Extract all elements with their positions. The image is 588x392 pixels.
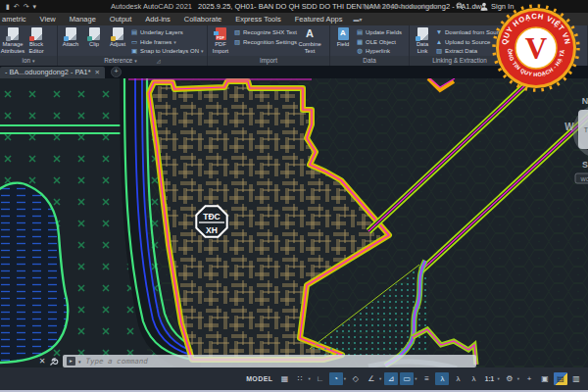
annotation-scale-icon[interactable]: λ [466,372,480,385]
panel-label-reference[interactable]: Reference▾ ◿ [58,56,207,66]
land-use-symbol[interactable]: TĐC XH [196,206,226,236]
viewcube-south[interactable]: S [582,160,588,170]
field-button[interactable]: A Field [332,27,354,47]
app-menu-icon[interactable]: ▮ [6,0,10,13]
app-name: Autodesk AutoCAD 2021 [111,2,192,11]
ole-object-icon: ▦ [356,38,364,46]
tab-collaborate[interactable]: Collaborate [177,13,228,25]
attach-button[interactable]: Attach [60,27,81,47]
tab-view[interactable]: View [33,13,63,25]
panel-label-data[interactable]: Data [330,56,409,66]
field-icon: A [338,27,349,40]
viewcube-north[interactable]: N [582,96,588,106]
tab-manage[interactable]: Manage [63,13,103,25]
combine-text-button[interactable]: A Combine Text [299,27,320,55]
object-snap-icon[interactable]: ▭ [400,372,414,385]
polar-tracking-icon[interactable]: ◔ [329,372,343,385]
block-editor-button[interactable]: Block Editor [25,27,47,55]
redo-icon[interactable]: ↷ [24,0,29,13]
command-dropdown-icon[interactable]: ▾ [78,359,81,365]
clip-button[interactable]: Clip [83,27,105,47]
panel-label-import[interactable]: Import [208,56,329,66]
panel-data: A Field ▤ Update Fields ▦ OLE Object ◍ H… [330,25,410,66]
panel-block-definition: Manage Attributes Block Editor ion▾ [0,25,58,66]
command-customize-wrench-icon[interactable] [48,357,59,367]
hide-frames-button[interactable]: ▭ Hide frames ▾ [130,38,204,47]
tab-express-tools[interactable]: Express Tools [228,13,288,25]
recognize-shx-text-button[interactable]: ▧ Recognize SHX Text [233,28,297,37]
grid-icon[interactable]: ▦ [277,372,291,385]
tab-parametric[interactable]: ametric [0,13,33,25]
combine-text-icon: A [306,27,314,40]
command-line: ✕ ▸ ▾ [36,354,476,368]
tab-output[interactable]: Output [103,13,139,25]
hardware-acceleration-icon[interactable]: ▥ [569,372,583,385]
viewcube-west[interactable]: W [564,122,574,132]
dynamic-input-icon[interactable]: ⊿ [384,372,398,385]
block-editor-icon [31,27,42,40]
ribbon-collapse-icon[interactable]: ▬▾ [354,16,363,23]
symbol-code: TĐC [203,212,220,221]
command-close-icon[interactable]: ✕ [36,357,48,366]
clip-icon [89,27,100,40]
search-input[interactable] [359,2,453,11]
logo-monogram: V [525,31,548,66]
undo-icon[interactable]: ↶ [14,0,20,13]
new-tab-button[interactable]: + [111,67,122,77]
panel-import: PDF PDF Import ▧ Recognize SHX Text ▨ Re… [208,25,330,66]
ole-object-button[interactable]: ▦ OLE Object [356,38,402,47]
command-input-box[interactable]: ▸ ▾ [63,355,476,368]
hyperlink-button[interactable]: ◍ Hyperlink [356,47,402,56]
manage-attributes-button[interactable]: Manage Attributes [2,27,24,55]
pdf-import-button[interactable]: PDF PDF Import [210,27,231,55]
model-space-button[interactable]: MODEL [246,375,272,382]
help-search[interactable] [359,1,465,12]
snap-to-underlays-button[interactable]: ▣ Snap to Underlays ON ▾ [130,47,204,56]
update-fields-button[interactable]: ▤ Update Fields [356,28,402,37]
wcs-button[interactable]: WCS [581,176,588,182]
workspace-icon[interactable]: ▤ [554,372,567,385]
download-icon: ▼ [435,28,443,36]
command-input[interactable] [84,356,472,367]
snap-to-underlays-icon: ▣ [130,47,138,55]
underlay-layers-icon: ▤ [130,28,138,36]
status-bar: MODEL ▦ ∷ ▾ ∟ ◔ ▾ ◇ ∠ ▾ ⊿ ▭ ▾ ≡ λ λ λ 1:… [0,368,588,390]
adjust-button[interactable]: Adjust [107,27,128,47]
panel-label-definition[interactable]: ion▾ [0,56,57,66]
symbol-code-2: XH [206,225,218,235]
isometric-icon[interactable]: ◇ [349,372,363,385]
tab-featured-apps[interactable]: Featured Apps [288,13,350,25]
snap-icon[interactable]: ∷ [293,372,307,385]
annotation-autoscale-icon[interactable]: λ [451,372,465,385]
annotation-scale-value[interactable]: 1:1 [482,372,496,385]
recognition-settings-icon: ▨ [233,38,241,46]
attach-icon [66,27,76,40]
customize-plus-icon[interactable]: + [522,372,536,385]
file-tab-active[interactable]: - BA...oduongdong2 - PA1* ✕ [0,67,105,78]
adjust-icon [113,27,123,40]
object-snap-tracking-icon[interactable]: ∠ [365,372,378,385]
reference-dialog-launcher-icon[interactable]: ◿ [157,56,161,66]
recognition-settings-button[interactable]: ▨ Recognition Settings [233,38,297,47]
data-link-icon [417,27,428,40]
file-tab-close-icon[interactable]: ✕ [95,67,100,78]
viewcube-face[interactable]: TOP [584,126,588,133]
quick-access-toolbar: ▮ ↶ ↷ ▾ [0,0,42,13]
qat-dropdown-icon[interactable]: ▾ [33,0,37,13]
isolate-objects-icon[interactable]: ▣ [538,372,552,385]
command-prompt-icon[interactable]: ▸ [67,357,75,366]
settings-gear-icon[interactable]: ⚙ [503,372,516,385]
tab-addins[interactable]: Add-ins [138,13,176,25]
annotation-visibility-icon[interactable]: λ [435,372,449,385]
search-icon[interactable] [456,2,465,11]
file-tab-label: - BA...oduongdong2 - PA1* [5,67,91,78]
autocad-window: { "title_bar": { "app_title": "Autodesk … [0,0,588,392]
ortho-icon[interactable]: ∟ [314,372,327,385]
quy-hoach-viet-vn-logo: QUY HOẠCH VIỆT VN THÔNG TIN QUY HOẠCH - … [491,3,581,93]
recognize-shx-icon: ▧ [233,28,241,36]
panel-reference: Attach Clip Adjust ▤ Underlay Layers ▭ H… [58,25,208,66]
data-link-button[interactable]: Data Link [412,27,433,55]
underlay-layers-button[interactable]: ▤ Underlay Layers [130,28,204,37]
user-icon [480,2,488,11]
lineweight-icon[interactable]: ≡ [419,372,433,385]
